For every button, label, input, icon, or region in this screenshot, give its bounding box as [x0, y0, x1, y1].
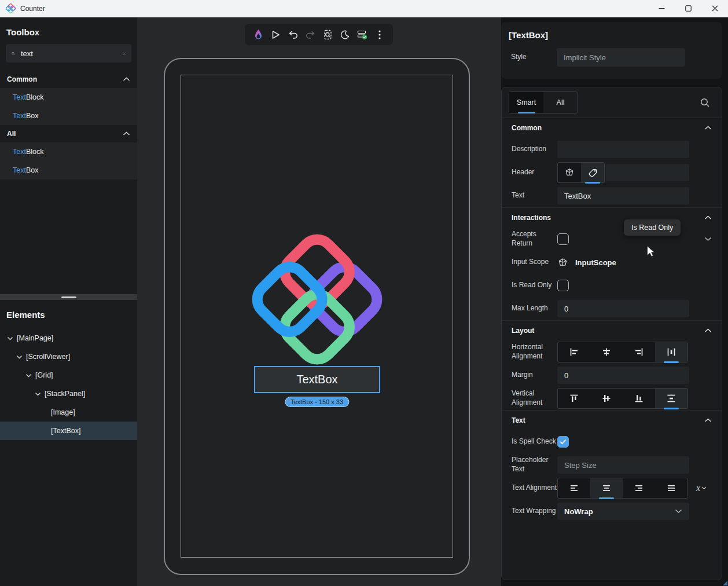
- clear-search-icon[interactable]: [123, 50, 126, 57]
- style-label: Style: [511, 53, 557, 62]
- toolbox-item-textblock[interactable]: TextBlock: [0, 142, 137, 161]
- toolbox-item-textblock[interactable]: TextBlock: [0, 88, 137, 107]
- section-common[interactable]: Common: [502, 118, 722, 138]
- chevron-down-icon[interactable]: [704, 237, 712, 241]
- play-button[interactable]: [267, 26, 284, 43]
- close-button[interactable]: [701, 0, 728, 17]
- halign-left-button[interactable]: [558, 342, 590, 362]
- toolbox-section-all[interactable]: All: [0, 125, 137, 142]
- validation-button[interactable]: [354, 26, 371, 43]
- is-read-only-tooltip: Is Read Only: [624, 219, 681, 236]
- valign-bottom-button[interactable]: [623, 389, 655, 408]
- toolbox-item-textbox[interactable]: TextBox: [0, 161, 137, 180]
- check-icon: [560, 439, 567, 445]
- halign-stretch-button[interactable]: [655, 342, 687, 362]
- maximize-button[interactable]: [675, 0, 701, 17]
- font-variable-selector[interactable]: x: [696, 483, 707, 493]
- valign-stretch-button[interactable]: [655, 389, 687, 408]
- tree-item-image[interactable]: [Image]: [0, 403, 137, 422]
- undo-icon: [288, 30, 298, 39]
- theme-toggle-button[interactable]: [336, 26, 354, 43]
- margin-label: Margin: [512, 371, 557, 380]
- text-alignment-control: [557, 478, 688, 499]
- description-input[interactable]: [557, 141, 689, 158]
- is-spell-check-checkbox[interactable]: [557, 436, 569, 448]
- window-resize-grip[interactable]: [723, 581, 727, 585]
- tree-item-scrollviewer[interactable]: [ScrollViewer]: [0, 347, 137, 366]
- chevron-up-icon: [704, 418, 712, 423]
- align-center-v-icon: [601, 393, 612, 404]
- max-length-input[interactable]: [557, 300, 689, 317]
- section-text[interactable]: Text: [502, 411, 722, 430]
- valign-center-button[interactable]: [590, 389, 623, 408]
- more-options-button[interactable]: [371, 26, 388, 43]
- gem-icon[interactable]: [557, 257, 568, 268]
- minimize-button[interactable]: [648, 0, 675, 17]
- text-align-center-button[interactable]: [590, 478, 623, 498]
- binding-gem-button[interactable]: [558, 163, 581, 182]
- text-align-left-button[interactable]: [558, 478, 590, 498]
- text-wrapping-dropdown[interactable]: NoWrap: [557, 503, 689, 520]
- text-input[interactable]: [557, 187, 689, 204]
- panel-splitter[interactable]: [0, 294, 137, 300]
- margin-input[interactable]: [557, 367, 689, 384]
- close-icon: [712, 5, 718, 12]
- device-screen[interactable]: TextBox TextBox - 150 x 33: [181, 75, 453, 558]
- tree-item-mainpage[interactable]: [MainPage]: [0, 329, 137, 347]
- chevron-down-icon[interactable]: [24, 373, 32, 378]
- halign-right-button[interactable]: [623, 342, 655, 362]
- toolbox-title: Toolbox: [0, 17, 137, 44]
- chevron-down-icon[interactable]: [34, 392, 42, 396]
- chevron-down-icon[interactable]: [15, 355, 23, 359]
- align-bottom-icon: [634, 393, 644, 404]
- tag-value-button[interactable]: [581, 163, 604, 182]
- accepts-return-checkbox[interactable]: [557, 233, 569, 245]
- kebab-menu-icon: [378, 30, 381, 39]
- tree-item-stackpanel[interactable]: [StackPanel]: [0, 384, 137, 403]
- inspect-element-button[interactable]: [319, 26, 336, 43]
- chevron-down-icon: [675, 509, 682, 514]
- text-align-justify-button[interactable]: [655, 478, 687, 498]
- section-layout[interactable]: Layout: [502, 321, 722, 340]
- splitter-handle[interactable]: [61, 296, 76, 298]
- section-interactions[interactable]: Interactions: [502, 208, 722, 228]
- is-read-only-checkbox[interactable]: [557, 280, 569, 291]
- chevron-up-icon: [123, 131, 130, 136]
- tab-all[interactable]: All: [543, 92, 578, 113]
- app-logo-icon: [6, 3, 16, 13]
- undo-button[interactable]: [284, 26, 302, 43]
- toolbox-item-textbox[interactable]: TextBox: [0, 107, 137, 125]
- toolbox-search-input[interactable]: [21, 49, 123, 58]
- toolbox-section-common[interactable]: Common: [0, 71, 137, 88]
- search-icon: [12, 49, 15, 58]
- valign-top-button[interactable]: [558, 389, 590, 408]
- halign-center-button[interactable]: [590, 342, 623, 362]
- is-read-only-label: Is Read Only: [512, 281, 557, 290]
- tag-icon: [587, 167, 598, 178]
- redo-button[interactable]: [302, 26, 319, 43]
- tree-item-textbox[interactable]: [TextBox]: [0, 422, 137, 440]
- style-input[interactable]: [557, 48, 685, 67]
- toolbox-empty-area: [0, 180, 137, 294]
- properties-search-icon[interactable]: [700, 98, 710, 108]
- chevron-down-icon[interactable]: [6, 336, 14, 340]
- placeholder-text-input[interactable]: [557, 456, 689, 474]
- design-canvas[interactable]: TextBox TextBox - 150 x 33: [137, 17, 501, 586]
- hot-reload-button[interactable]: [249, 26, 267, 43]
- header-input[interactable]: [606, 164, 689, 181]
- app-logo-image[interactable]: [252, 234, 383, 365]
- toolbox-items-all: TextBlock TextBox: [0, 142, 137, 180]
- input-scope-value[interactable]: InputScope: [575, 258, 616, 267]
- mouse-cursor: [646, 246, 655, 257]
- placeholder-text-label: Placeholder Text: [512, 456, 557, 474]
- titlebar: Counter: [0, 0, 728, 17]
- device-frame: TextBox TextBox - 150 x 33: [164, 58, 470, 575]
- toolbox-search[interactable]: [6, 44, 131, 63]
- hot-reload-flame-icon: [253, 29, 263, 40]
- toolbox-items-common: TextBlock TextBox: [0, 88, 137, 125]
- tab-smart[interactable]: Smart: [509, 92, 543, 113]
- canvas-textbox-element[interactable]: TextBox: [254, 366, 380, 393]
- text-align-right-button[interactable]: [623, 478, 655, 498]
- tree-item-grid[interactable]: [Grid]: [0, 366, 137, 384]
- align-right-icon: [634, 347, 644, 357]
